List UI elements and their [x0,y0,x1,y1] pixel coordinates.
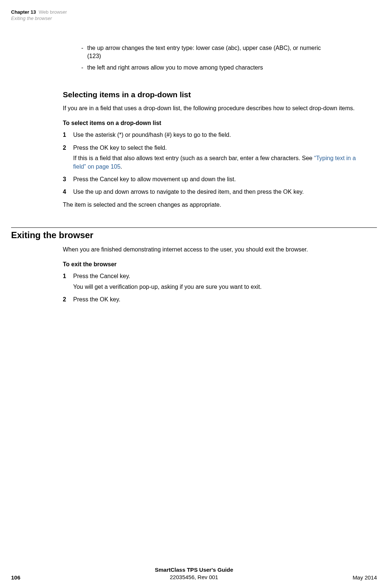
exiting-intro: When you are finished demonstrating inte… [63,246,366,254]
page-content: - the up arrow changes the text entry ty… [11,44,377,304]
page-number: 106 [11,574,20,581]
bullet-marker: - [81,44,87,61]
bullet-item: - the up arrow changes the text entry ty… [81,44,347,61]
chapter-label: Chapter 13 [11,9,36,15]
step-body: Press the OK key. [73,295,366,304]
step-row: 1 Press the Cancel key. You will get a v… [63,272,366,291]
step-number: 2 [63,144,73,171]
step-body: Press the Cancel key to allow movement u… [73,175,366,183]
page-footer: SmartClass TPS User's Guide 22035456, Re… [11,566,377,581]
exiting-sub-heading: To exit the browser [63,261,377,268]
chapter-name: Web browser [39,9,67,15]
step-row: 2 Press the OK key. [63,295,366,304]
step-body: Press the Cancel key. You will get a ver… [73,272,366,291]
continuation-bullets: - the up arrow changes the text entry ty… [81,44,347,72]
step-row: 4 Use the up and down arrows to navigate… [63,188,366,196]
bullet-item: - the left and right arrows allow you to… [81,64,347,72]
selecting-outro: The item is selected and the screen chan… [63,201,366,209]
step-number: 1 [63,272,73,291]
page-header: Chapter 13 Web browser Exiting the brows… [11,9,377,22]
step-row: 1 Use the asterisk (*) or pound/hash (#)… [63,131,366,139]
step-text: Press the OK key to select the field. [73,145,167,151]
step-body: Use the up and down arrows to navigate t… [73,188,366,196]
step-number: 3 [63,175,73,183]
selecting-intro: If you are in a field that uses a drop-d… [63,104,366,112]
step-subtext: If this is a field that also allows text… [73,154,366,171]
step-number: 1 [63,131,73,139]
step-subtext: You will get a verification pop-up, aski… [73,283,366,291]
step-number: 4 [63,188,73,196]
bullet-text: the up arrow changes the text entry type… [87,44,347,61]
step-text: Press the Cancel key. [73,273,130,279]
selecting-sub-heading: To select items on a drop-down list [63,120,377,126]
step-sub-suffix: . [120,163,122,170]
step-body: Use the asterisk (*) or pound/hash (#) k… [73,131,366,139]
step-row: 2 Press the OK key to select the field. … [63,144,366,171]
bullet-marker: - [81,64,87,72]
footer-date: May 2014 [353,574,377,581]
step-body: Press the OK key to select the field. If… [73,144,366,171]
step-number: 2 [63,295,73,304]
bullet-text: the left and right arrows allow you to m… [87,64,347,72]
guide-title: SmartClass TPS User's Guide [11,566,377,574]
step-row: 3 Press the Cancel key to allow movement… [63,175,366,183]
chapter-line: Chapter 13 Web browser [11,9,377,16]
section-heading-exiting: Exiting the browser [11,227,377,240]
section-heading-selecting: Selecting items in a drop-down list [63,90,377,99]
step-sub-prefix: If this is a field that also allows text… [73,155,314,161]
section-name: Exiting the browser [11,16,377,22]
